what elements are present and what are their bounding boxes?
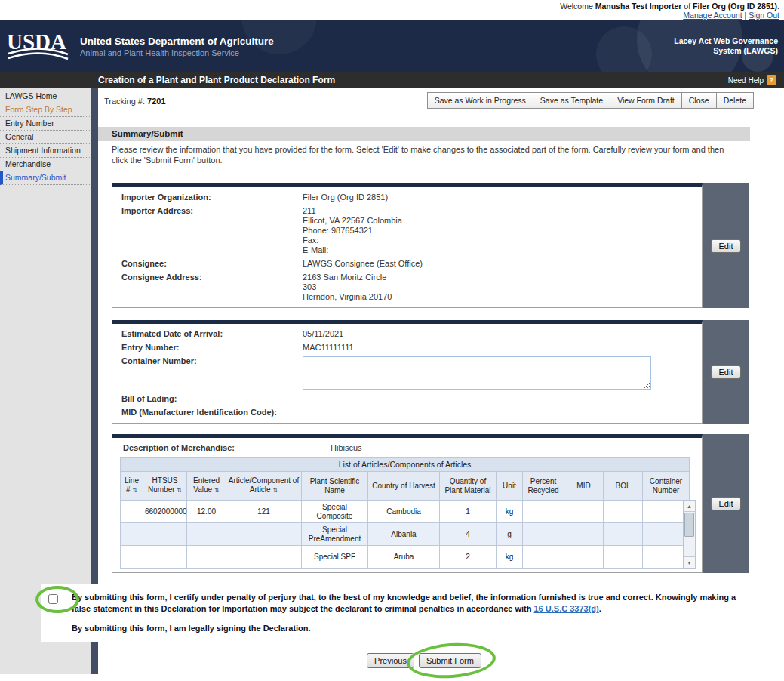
table-row: Special PreAmendment Albania 4 g [121,523,690,546]
entry-number-value: MAC11111111 [303,343,354,353]
bill-of-lading-label: Bill of Lading: [121,394,303,404]
scroll-down-icon[interactable]: ▼ [684,556,695,568]
sidebar-item-form-step-by-step[interactable]: Form Step By Step [0,103,91,117]
department-title: United States Department of Agriculture [80,35,274,47]
lawgs-page: Welcome Manusha Test Importer of Filer O… [0,0,784,681]
merchandise-panel-body: Description of Merchandise:Hibiscus List… [112,434,703,573]
col-header-bol: BOL [604,472,643,501]
certification-section: By submitting this form, I certify under… [41,584,751,642]
sidebar-item-lawgs-home[interactable]: LAWGS Home [0,90,91,103]
sign-out-link[interactable]: Sign Out [749,11,779,20]
importer-edit-strip: Edit [703,183,749,308]
need-help-link[interactable]: Need Help ? [728,75,776,85]
merchandise-edit-button[interactable]: Edit [711,497,742,510]
merchandise-description-label: Description of Merchandise: [123,443,331,453]
top-account-bar: Welcome Manusha Test Importer of Filer O… [0,0,784,20]
consignee-label: Consignee: [121,259,303,269]
importer-address-value: 211 Ellicot, VA 22567 Colombia Phone: 98… [303,206,402,255]
view-form-draft-button[interactable]: View Form Draft [610,92,682,109]
sidebar-item-summary-submit[interactable]: Summary/Submit [0,171,91,185]
usda-masthead: USDA United States Department of Agricul… [0,20,784,72]
tracking-number: Tracking #: 7201 [104,92,166,109]
col-header-plant-scientific-name: Plant Scientific Name [302,472,368,501]
importer-panel-body: Importer Organization:Filer Org (Org ID … [112,183,703,308]
usc-3373d-link[interactable]: 16 U.S.C 3373(d) [534,604,599,613]
merchandise-panel: Description of Merchandise:Hibiscus List… [112,434,749,573]
shipment-panel-body: Estimated Date of Arrival:05/11/2021 Ent… [112,320,703,424]
eta-value: 05/11/2021 [303,329,343,339]
col-header-quantity: Quantity of Plant Material [440,472,497,501]
scroll-up-icon[interactable]: ▲ [684,501,695,512]
col-header-container-number: Container Number [643,472,690,501]
manage-account-link[interactable]: Manage Account [683,11,742,20]
previous-button[interactable]: Previous [367,653,414,668]
sidebar-item-entry-number[interactable]: Entry Number [0,117,91,131]
articles-table: List of Articles/Components of Articles … [120,457,696,569]
sort-icon: ⇅ [132,487,137,494]
system-name: Lacey Act Web Governance System (LAWGS) [674,36,784,56]
container-number-input[interactable] [303,356,651,390]
merchandise-description-value: Hibiscus [331,443,362,453]
main-content: Tracking #: 7201 Save as Work in Progres… [98,88,784,674]
sidebar-item-general[interactable]: General [0,131,91,144]
agency-subtitle: Animal and Plant Health Inspection Servi… [80,48,274,57]
scrollbar-thumb[interactable] [684,513,694,537]
table-row: 6602000000 12.00 121 Special Composite C… [121,501,690,523]
consignee-address-label: Consignee Address: [121,273,303,302]
importer-panel: Importer Organization:Filer Org (Org ID … [112,183,749,308]
consignee-value: LAWGS Consignee (East Office) [303,259,423,269]
usda-logo-icon: USDA [6,26,69,66]
toolbar: Tracking #: 7201 Save as Work in Progres… [98,88,784,109]
close-button[interactable]: Close [681,92,717,109]
col-header-entered-value[interactable]: Entered Value ⇅ [187,472,226,501]
svg-text:USDA: USDA [7,29,66,54]
section-header: Summary/Submit [98,127,750,141]
shipment-panel: Estimated Date of Arrival:05/11/2021 Ent… [112,320,749,424]
signing-statement: By submitting this form, I am legally si… [72,624,740,633]
col-header-article-component[interactable]: Article/Component of Article ⇅ [226,472,302,501]
shipment-edit-strip: Edit [703,320,749,424]
form-title-bar: Creation of a Plant and Plant Product De… [0,72,784,88]
shipment-edit-button[interactable]: Edit [711,365,742,379]
page-title: Creation of a Plant and Plant Product De… [98,75,335,85]
importer-org-label: Importer Organization: [121,193,303,202]
eta-label: Estimated Date of Arrival: [121,329,303,339]
help-icon[interactable]: ? [767,75,776,85]
consignee-address-value: 2163 San Moritz Circle 303 Herndon, Virg… [303,273,392,302]
sort-icon: ⇅ [272,487,278,494]
sort-icon: ⇅ [177,487,182,494]
save-as-template-button[interactable]: Save as Template [533,92,610,109]
container-number-label: Container Number: [121,356,303,390]
sidebar-item-merchandise[interactable]: Merchandise [0,158,91,171]
save-work-in-progress-button[interactable]: Save as Work in Progress [427,92,533,109]
importer-org-value: Filer Org (Org ID 2851) [303,193,388,202]
certification-statement: By submitting this form, I certify under… [72,592,740,615]
instructions-text: Please review the information that you h… [112,144,739,165]
agency-name-block: United States Department of Agriculture … [80,35,274,57]
importer-address-label: Importer Address: [121,206,303,255]
scrollbar-track[interactable] [684,512,695,556]
account-links: Manage Account | Sign Out [0,11,779,20]
body: LAWGS Home Form Step By Step Entry Numbe… [0,88,784,674]
col-header-line-number[interactable]: Line # ⇅ [121,472,143,501]
delete-button[interactable]: Delete [716,92,754,109]
toolbar-buttons: Save as Work in Progress Save as Templat… [428,92,754,109]
decorative-bubble [596,26,652,72]
merchandise-edit-strip: Edit [703,434,749,573]
table-scrollbar[interactable]: ▲ ▼ [683,500,696,569]
col-header-country-of-harvest: Country of Harvest [368,472,440,501]
col-header-mid: MID [564,472,604,501]
sort-icon: ⇅ [214,487,220,494]
col-header-percent-recycled: Percent Recycled [523,472,564,501]
sidebar-item-shipment-information[interactable]: Shipment Information [0,144,91,158]
welcome-text: Welcome Manusha Test Importer of Filer O… [0,2,779,11]
footer-buttons: PreviousSubmit Form [98,653,750,668]
certify-checkbox[interactable] [48,594,58,604]
importer-edit-button[interactable]: Edit [711,239,742,253]
table-row: Special SPF Aruba 2 kg [121,546,690,569]
articles-table-title: List of Articles/Components of Articles [121,458,690,472]
submit-form-button[interactable]: Submit Form [419,653,481,668]
entry-number-label: Entry Number: [121,343,303,353]
mid-label: MID (Manufacturer Identification Code): [121,408,277,418]
col-header-htsus-number[interactable]: HTSUS Number ⇅ [143,472,187,501]
